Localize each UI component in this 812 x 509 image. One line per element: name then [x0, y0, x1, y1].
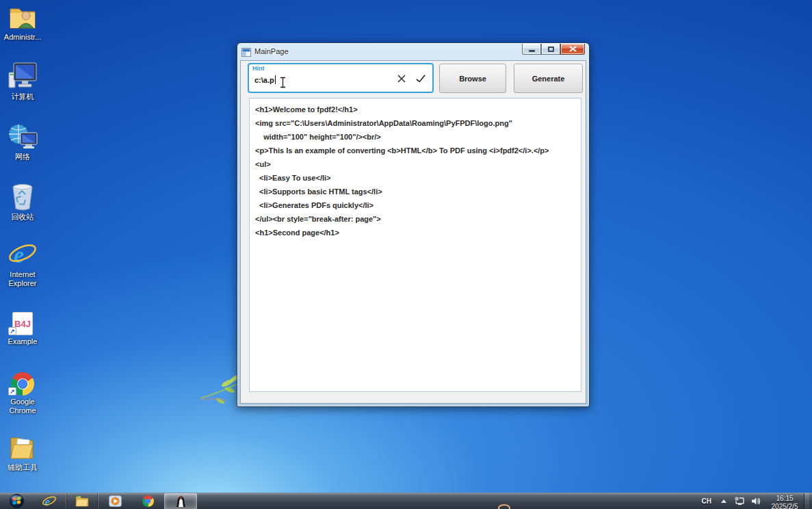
- taskbar-apps: e: [0, 493, 197, 509]
- folder-open-icon: [1, 434, 44, 461]
- editor-line: <img src="C:\Users\Administrator\AppData…: [255, 116, 581, 130]
- editor-line: <ul>: [255, 157, 581, 171]
- desktop-icon-tools-folder[interactable]: 辅助工具: [1, 434, 44, 472]
- shortcut-arrow-icon: ↗: [8, 327, 16, 335]
- desktop-icon-label: 辅助工具: [1, 463, 44, 472]
- chrome-small-icon: [142, 495, 154, 507]
- start-button[interactable]: [0, 493, 33, 509]
- desktop-icon-label: Internet Explorer: [1, 270, 44, 288]
- editor-line: width="100" height="100"/><br/>: [255, 130, 581, 144]
- desktop-icon-label: Google Chrome: [1, 397, 44, 415]
- editor-line: <li>Generates PDFs quickly</li>: [255, 198, 581, 212]
- desktop-icon-label: 网络: [1, 153, 44, 161]
- taskbar-b4j-app[interactable]: [164, 493, 197, 509]
- show-hidden-icons-button[interactable]: [721, 499, 726, 503]
- chrome-icon: ↗: [1, 368, 44, 395]
- maximize-button[interactable]: [541, 44, 560, 55]
- desktop-icon-label: 计算机: [1, 92, 44, 101]
- language-indicator[interactable]: CH: [702, 497, 711, 505]
- desktop-icon-google-chrome[interactable]: ↗Google Chrome: [1, 368, 44, 415]
- desktop-icon-recycle-bin[interactable]: 回收站: [1, 183, 44, 222]
- folder-small-icon: [75, 495, 89, 507]
- generate-button[interactable]: Generate: [514, 64, 583, 93]
- peeking-icon: [498, 504, 510, 509]
- input-value: c:\a.p: [254, 75, 276, 84]
- wmp-icon: [109, 495, 122, 507]
- close-icon: [569, 46, 577, 52]
- desktop-icon-label: Example: [1, 337, 44, 346]
- clock[interactable]: 16:15 2025/2/5: [767, 493, 802, 509]
- recycle-bin-icon: [1, 183, 44, 211]
- network-icon: [1, 123, 44, 151]
- network-tray-icon[interactable]: [735, 497, 745, 506]
- clear-icon[interactable]: [396, 73, 407, 84]
- window-titlebar[interactable]: MainPage: [237, 43, 589, 60]
- editor-line: <h1>Second page</h1>: [255, 226, 581, 239]
- minimize-button[interactable]: [522, 44, 541, 55]
- user-folder-icon: [1, 3, 44, 31]
- close-button[interactable]: [560, 44, 585, 55]
- window-controls: [522, 44, 585, 55]
- desktop-icon-network[interactable]: 网络: [1, 123, 44, 161]
- editor-line: <h1>Welcome to fpdf2!</h1>: [255, 103, 581, 116]
- taskbar-explorer[interactable]: [66, 493, 99, 509]
- ie-small-icon: e: [42, 495, 57, 508]
- html-editor[interactable]: <h1>Welcome to fpdf2!</h1><img src="C:\U…: [249, 98, 581, 392]
- minimize-icon: [529, 50, 535, 52]
- ie-icon: e: [1, 241, 44, 268]
- mouse-cursor-ibeam: [279, 77, 287, 88]
- window-icon: [241, 47, 251, 56]
- editor-line: <li>Supports basic HTML tags</li>: [255, 185, 581, 198]
- taskbar: e CH 16:15 2025/2/5: [0, 493, 812, 509]
- computer-icon: [1, 63, 44, 90]
- desktop-icon-internet-explorer[interactable]: eInternet Explorer: [1, 241, 44, 288]
- taskbar-chrome[interactable]: [131, 493, 164, 509]
- input-hint-label: Hint: [252, 65, 265, 72]
- window-title: MainPage: [254, 47, 289, 55]
- confirm-icon[interactable]: [415, 73, 426, 84]
- shortcut-arrow-icon: ↗: [8, 387, 16, 395]
- system-tray: CH 16:15 2025/2/5: [702, 493, 812, 509]
- editor-line: <li>Easy To use</li>: [255, 171, 581, 185]
- app-window: MainPage Hint c:\a.p: [237, 42, 590, 407]
- desktop-background[interactable]: Administr...计算机网络回收站eInternet ExplorerB4…: [0, 0, 812, 493]
- maximize-icon: [548, 47, 554, 52]
- desktop-icon-administrator-folder[interactable]: Administr...: [1, 3, 44, 42]
- browse-button[interactable]: Browse: [439, 64, 506, 93]
- editor-line: </ul><br style="break-after: page">: [255, 212, 581, 226]
- editor-line: <p>This Is an example of converting <b>H…: [255, 144, 581, 157]
- taskbar-ie[interactable]: e: [33, 493, 66, 509]
- text-caret: [275, 75, 276, 84]
- tray-time: 16:15: [767, 495, 802, 503]
- path-input-field[interactable]: Hint c:\a.p: [248, 63, 434, 93]
- b4j-duke-icon: [175, 495, 187, 508]
- desktop-icon-computer[interactable]: 计算机: [1, 63, 44, 101]
- tray-date: 2025/2/5: [767, 503, 802, 509]
- desktop-icon-b4j-example[interactable]: B4J↗Example: [1, 308, 44, 346]
- b4j-icon: B4J↗: [1, 308, 44, 335]
- volume-tray-icon[interactable]: [751, 497, 761, 506]
- show-desktop-button[interactable]: [804, 493, 809, 509]
- desktop-icon-label: 回收站: [1, 213, 44, 222]
- desktop-icon-label: Administr...: [1, 33, 44, 42]
- window-content: Hint c:\a.p Browse Generate <h1>Welcome …: [240, 60, 586, 404]
- taskbar-media-player[interactable]: [99, 493, 131, 509]
- start-orb-icon: [10, 494, 24, 508]
